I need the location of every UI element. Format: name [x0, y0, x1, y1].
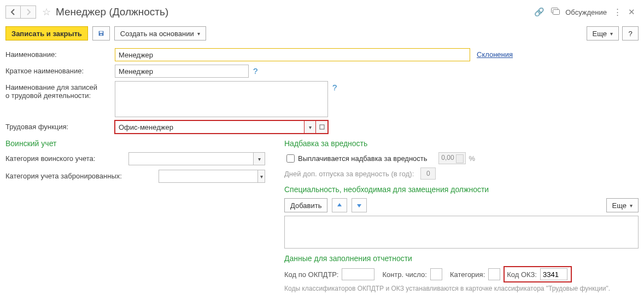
labor-name-label-line1: Наименование для записей: [5, 83, 115, 91]
page-title: Менеджер (Должность): [56, 6, 168, 18]
harm-days-value: 0: [420, 168, 436, 180]
svg-rect-4: [100, 34, 102, 36]
short-name-hint-icon[interactable]: ?: [253, 65, 257, 78]
speciality-header: Специальность, необходимая для замещения…: [284, 185, 639, 194]
harm-checkbox-label: Выплачивается надбавка за вредность: [298, 154, 428, 163]
harm-header: Надбавка за вредность: [284, 139, 639, 148]
speciality-listbox[interactable]: [284, 216, 639, 249]
harm-amount: 0,00: [438, 152, 466, 164]
harm-days-label: Дней доп. отпуска за вредность (в год):: [284, 170, 414, 178]
okz-label: Код ОКЗ:: [507, 270, 537, 279]
create-based-on-button[interactable]: Создать на основании ▾: [114, 26, 206, 41]
link-icon[interactable]: 🔗: [534, 7, 545, 17]
arrow-left-icon: [10, 9, 16, 15]
report-header: Данные для заполнения отчетности: [284, 254, 639, 263]
arrow-right-icon: [25, 9, 32, 15]
okz-input[interactable]: [540, 268, 567, 280]
percent-sign: %: [469, 154, 476, 163]
military-category-label: Категория воинского учета:: [5, 152, 128, 163]
okpdtr-input[interactable]: [342, 268, 374, 280]
chevron-down-icon: ▾: [197, 31, 200, 37]
help-button[interactable]: ?: [622, 26, 639, 41]
military-booked-label: Категория учета забронированных:: [5, 170, 159, 180]
chat-icon: [551, 8, 560, 15]
name-label: Наименование:: [5, 48, 115, 59]
category-input[interactable]: [488, 268, 500, 280]
declensions-link[interactable]: Склонения: [477, 48, 513, 61]
labor-function-combo[interactable]: ▾: [115, 120, 328, 134]
labor-function-input[interactable]: [115, 120, 304, 134]
move-up-button[interactable]: [332, 198, 347, 212]
labor-function-label: Трудовая функция:: [5, 120, 115, 131]
move-down-button[interactable]: [352, 198, 367, 212]
svg-rect-3: [99, 31, 103, 33]
svg-rect-1: [553, 9, 560, 14]
military-category-combo[interactable]: ▾: [128, 152, 265, 165]
chevron-down-icon: ▾: [630, 203, 633, 209]
category-label: Категория:: [450, 270, 485, 279]
military-header: Воинский учет: [5, 139, 279, 148]
save-button[interactable]: [92, 26, 110, 41]
military-category-dropdown-button[interactable]: ▾: [253, 152, 265, 165]
labor-name-textarea[interactable]: [115, 81, 328, 117]
name-input[interactable]: [115, 48, 470, 61]
okz-highlight: Код ОКЗ:: [505, 267, 571, 281]
add-speciality-button[interactable]: Добавить: [284, 198, 327, 212]
labor-name-hint-icon[interactable]: ?: [332, 81, 337, 94]
more-button[interactable]: Еще ▾: [587, 26, 619, 41]
discussion-label[interactable]: Обсуждение: [565, 8, 607, 16]
military-category-input[interactable]: [128, 152, 253, 165]
chevron-down-icon: ▾: [610, 31, 613, 37]
labor-name-label-line2: о трудовой деятельности:: [5, 91, 115, 100]
arrow-down-icon: [356, 202, 362, 209]
military-booked-dropdown-button[interactable]: ▾: [257, 170, 265, 183]
create-based-on-label: Создать на основании: [120, 30, 194, 38]
report-footnote: Коды классификаторов ОКПДТР и ОКЗ устана…: [284, 285, 639, 292]
favorite-icon[interactable]: ☆: [40, 6, 52, 18]
open-icon: [319, 124, 325, 130]
speciality-more-button[interactable]: Еще ▾: [606, 198, 639, 212]
harm-checkbox[interactable]: [286, 154, 295, 163]
labor-function-open-button[interactable]: [316, 120, 328, 134]
nav-forward-button[interactable]: [21, 5, 36, 19]
more-label: Еще: [593, 30, 607, 38]
speciality-more-label: Еще: [612, 201, 627, 210]
military-booked-combo[interactable]: ▾: [159, 170, 265, 183]
floppy-icon: [98, 30, 104, 37]
military-booked-input[interactable]: [159, 170, 257, 183]
okpdtr-label: Код по ОКПДТР:: [284, 270, 338, 279]
close-icon[interactable]: ✕: [628, 7, 635, 17]
svg-rect-5: [320, 125, 324, 129]
write-and-close-button[interactable]: Записать и закрыть: [5, 26, 88, 41]
labor-function-dropdown-button[interactable]: ▾: [304, 120, 316, 134]
short-name-label: Краткое наименование:: [5, 65, 115, 75]
control-number-input[interactable]: [430, 268, 442, 280]
labor-name-label: Наименование для записей о трудовой деят…: [5, 81, 115, 100]
control-number-label: Контр. число:: [382, 270, 427, 279]
nav-back-button[interactable]: [5, 5, 21, 19]
discussion-icon[interactable]: [551, 8, 560, 17]
arrow-up-icon: [336, 202, 343, 209]
kebab-menu-icon[interactable]: ⋮: [613, 7, 622, 17]
short-name-input[interactable]: [115, 65, 249, 78]
